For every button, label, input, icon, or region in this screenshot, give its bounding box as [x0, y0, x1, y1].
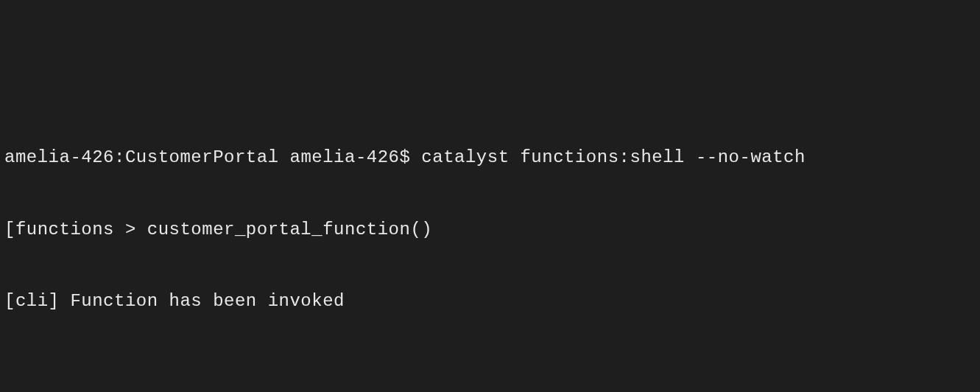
prompt-symbol: $	[400, 147, 411, 167]
prompt-dir: CustomerPortal	[125, 147, 279, 167]
prompt-host: amelia-426	[4, 147, 114, 167]
prompt-line: amelia-426:CustomerPortal amelia-426$ ca…	[4, 146, 976, 169]
prompt-user: amelia-426	[289, 147, 399, 167]
prompt-space2	[410, 147, 421, 167]
output-line-1: [cli] Function has been invoked	[4, 290, 976, 313]
prompt-space	[279, 147, 290, 167]
output-line-0: [functions > customer_portal_function()	[4, 218, 976, 242]
command-text: catalyst functions:shell --no-watch	[421, 147, 805, 167]
terminal-window[interactable]: amelia-426:CustomerPortal amelia-426$ ca…	[4, 99, 976, 392]
prompt-separator: :	[114, 147, 125, 167]
